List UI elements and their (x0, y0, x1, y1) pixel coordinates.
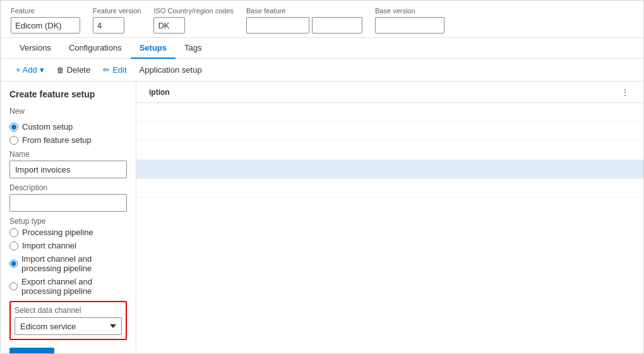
table-row[interactable] (136, 122, 643, 141)
delete-label: Delete (67, 65, 91, 75)
name-field: Name (9, 150, 127, 178)
chevron-down-icon: ▾ (40, 65, 44, 75)
tab-versions[interactable]: Versions (11, 38, 60, 59)
table-row[interactable] (136, 103, 643, 122)
header: Feature Feature version ISO Country/regi… (1, 1, 643, 38)
toolbar: + Add ▾ 🗑 Delete ✏ Edit Application setu… (1, 59, 643, 82)
panel-title: Create feature setup (9, 89, 127, 99)
table-header: iption ⋮ (136, 82, 643, 103)
tab-setups[interactable]: Setups (131, 38, 176, 59)
table-row[interactable] (136, 141, 643, 160)
radio-export-channel-processing-label: Export channel and processing pipeline (21, 277, 127, 296)
description-input[interactable] (9, 194, 127, 212)
header-fields: Feature Feature version ISO Country/regi… (11, 7, 633, 34)
setup-type-field: Setup type Processing pipeline Import ch… (9, 217, 127, 296)
radio-import-channel[interactable]: Import channel (9, 241, 127, 250)
name-input[interactable] (9, 161, 127, 178)
radio-export-channel-processing[interactable]: Export channel and processing pipeline (9, 277, 127, 296)
edit-icon: ✏ (103, 65, 110, 75)
radio-import-channel-processing[interactable]: Import channel and processing pipeline (9, 254, 127, 273)
feature-version-field-group: Feature version (93, 7, 141, 34)
description-field: Description (9, 183, 127, 212)
tab-tags[interactable]: Tags (176, 38, 210, 59)
table-rows (136, 103, 643, 198)
description-label: Description (9, 183, 127, 192)
new-radio-group: Custom setup From feature setup (9, 122, 127, 145)
feature-version-label: Feature version (93, 7, 141, 15)
feature-version-input[interactable] (93, 17, 124, 34)
radio-from-feature-label: From feature setup (22, 135, 92, 145)
delete-icon: 🗑 (57, 66, 64, 75)
radio-custom-setup[interactable]: Custom setup (9, 122, 127, 131)
setup-type-group: Processing pipeline Import channel Impor… (9, 228, 127, 296)
radio-from-feature-input[interactable] (9, 136, 18, 145)
table-row-selected[interactable] (136, 160, 643, 179)
base-version-field-group: Base version (375, 7, 444, 34)
radio-custom-label: Custom setup (22, 122, 73, 131)
add-label: + Add (16, 65, 37, 75)
base-feature-label: Base feature (246, 7, 362, 15)
base-version-label: Base version (375, 7, 444, 15)
radio-import-channel-label: Import channel (22, 241, 76, 250)
main-content: Create feature setup New Custom setup Fr… (1, 82, 643, 353)
more-options-icon[interactable]: ⋮ (621, 87, 636, 97)
iso-field-group: ISO Country/region codes (153, 7, 234, 34)
radio-custom-input[interactable] (9, 123, 18, 131)
radio-processing-pipeline[interactable]: Processing pipeline (9, 228, 127, 237)
table-row[interactable] (136, 179, 643, 198)
select-data-channel-dropdown[interactable]: Edicom service Other service (15, 317, 122, 335)
tab-configurations[interactable]: Configurations (60, 38, 131, 59)
app-setup-label: Application setup (140, 65, 202, 75)
edit-button[interactable]: ✏ Edit (98, 63, 131, 77)
base-feature-field-group: Base feature (246, 7, 362, 34)
radio-export-channel-processing-input[interactable] (9, 282, 18, 291)
name-label: Name (9, 150, 127, 159)
delete-button[interactable]: 🗑 Delete (52, 63, 96, 77)
iso-input[interactable] (153, 17, 185, 34)
app-container: Feature Feature version ISO Country/regi… (0, 0, 644, 354)
select-data-channel-box: Select data channel Edicom service Other… (9, 301, 127, 340)
radio-from-feature[interactable]: From feature setup (9, 135, 127, 145)
nav-tabs: Versions Configurations Setups Tags (1, 38, 643, 59)
setup-type-label: Setup type (9, 217, 127, 226)
select-data-channel-label: Select data channel (15, 306, 122, 315)
feature-label: Feature (11, 7, 80, 15)
create-button[interactable]: Create (9, 348, 54, 353)
table-container: iption ⋮ (136, 82, 643, 353)
app-setup-button[interactable]: Application setup (134, 63, 207, 77)
radio-import-channel-input[interactable] (9, 241, 18, 250)
radio-import-channel-processing-input[interactable] (9, 259, 18, 268)
base-version-input[interactable] (375, 17, 444, 34)
base-feature-input2[interactable] (312, 17, 362, 34)
new-label: New (9, 107, 127, 116)
base-feature-input[interactable] (246, 17, 309, 34)
col-description: iption (144, 88, 621, 97)
feature-input[interactable] (11, 17, 80, 34)
right-panel: iption ⋮ (136, 82, 643, 353)
radio-processing-label: Processing pipeline (22, 228, 93, 237)
add-button[interactable]: + Add ▾ (11, 63, 49, 77)
iso-label: ISO Country/region codes (153, 7, 234, 15)
feature-field-group: Feature (11, 7, 80, 34)
radio-import-channel-processing-label: Import channel and processing pipeline (21, 254, 127, 273)
edit-label: Edit (112, 65, 126, 75)
radio-processing-input[interactable] (9, 228, 18, 237)
left-panel: Create feature setup New Custom setup Fr… (1, 82, 136, 353)
